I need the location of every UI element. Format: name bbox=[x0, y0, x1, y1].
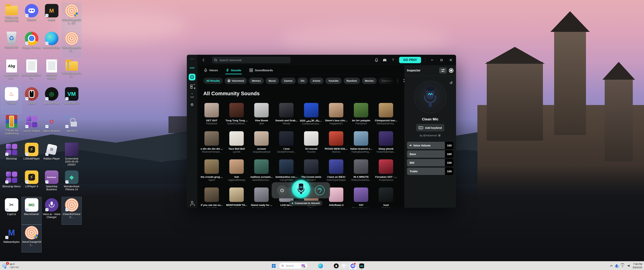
sound-tile[interactable]: loudMattaias bbox=[379, 188, 393, 208]
sound-tile[interactable]: brr brr patapimFrexzyHun bbox=[354, 103, 368, 125]
desktop-icon-ldmultiplayer-shortcut[interactable]: ⚡↗LDMultiPlayer bbox=[22, 141, 42, 169]
desktop-icon-jeff-carlisle-doc[interactable]: jeff.carlisle@secu... bbox=[22, 58, 42, 86]
desktop-icon-clownfish-shortcut[interactable]: ↗ClownfishVoiceC... bbox=[62, 197, 82, 225]
desktop-icon-launch-roblox-shortcut[interactable]: ↗Launch Roblox bbox=[22, 114, 42, 141]
sidebar-item-settings[interactable]: ⚙ bbox=[189, 101, 196, 108]
desktop-icon-voicechanger64f[interactable]: VoiceChanger64f(... bbox=[62, 30, 82, 58]
desktop-icon-voicechanger64-1[interactable]: VoiceChanger64(... (1) bbox=[62, 3, 82, 30]
chip-music[interactable]: Music bbox=[266, 78, 279, 84]
volume-icon[interactable] bbox=[627, 265, 630, 267]
taskbar-app-layers-app[interactable] bbox=[310, 263, 315, 268]
sound-tile[interactable]: Taco Bell BellLysiTek bbox=[229, 131, 244, 153]
desktop-icon-google-chrome-shortcut[interactable]: ↗Google Chrome bbox=[22, 30, 42, 58]
slider-mid[interactable]: Mid100 bbox=[407, 159, 454, 166]
notifications-bell-icon[interactable] bbox=[374, 58, 378, 62]
weather-widget[interactable]: 1 66°F Light rain bbox=[2, 262, 19, 269]
add-keybind-button[interactable]: Add keybind bbox=[416, 124, 444, 131]
microphone-button[interactable] bbox=[292, 180, 310, 198]
window-menu-dots-icon[interactable]: ⋯ bbox=[189, 57, 196, 61]
voicemod-logo-icon[interactable] bbox=[189, 65, 196, 71]
start-button[interactable] bbox=[270, 262, 277, 269]
back-chevron-icon[interactable] bbox=[202, 59, 206, 62]
slider-treble[interactable]: Treble100 bbox=[407, 168, 454, 175]
sound-tile[interactable]: AiScReam 2yamosuki bbox=[329, 188, 343, 208]
taskbar-app-edge[interactable] bbox=[318, 263, 323, 268]
tab-voices[interactable]: Voices bbox=[204, 68, 218, 74]
taskbar-app-saturn[interactable] bbox=[342, 263, 346, 268]
desktop-icon-microsoft-support-doc[interactable]: microsoft support bbox=[42, 58, 62, 86]
chip-youtube[interactable]: Youtube bbox=[325, 78, 342, 84]
tray-overflow-icon[interactable] bbox=[610, 265, 613, 267]
taskbar-app-explorer[interactable] bbox=[326, 263, 331, 268]
sound-tile[interactable]: Chimpanzini ban...WahOpticalFreq... bbox=[379, 103, 393, 125]
voicemod-search-input[interactable] bbox=[219, 58, 283, 62]
sidebar-item-voicelab[interactable] bbox=[189, 92, 196, 99]
slider-bass[interactable]: Bass100 bbox=[407, 150, 454, 158]
sidebar-item-account[interactable] bbox=[189, 199, 196, 205]
sound-tile[interactable]: mafioso screami...awwwthescrunc... bbox=[254, 159, 269, 181]
sound-tile[interactable]: DJ toenailPuscifer bbox=[304, 131, 318, 153]
slider-voice-volume[interactable]: Voice Volume100 bbox=[407, 142, 454, 149]
desktop-icon-7clicker-godonping-folder[interactable]: 7Clicker-By GodOnPing bbox=[2, 3, 22, 30]
desktop-icon-minecraft-doc[interactable]: Abg4_Minecraft-Bol... bbox=[2, 58, 22, 86]
maximize-button[interactable] bbox=[439, 57, 444, 63]
sound-tile[interactable]: the croods grug ...Xgenn bbox=[204, 159, 219, 181]
sidebar-item-soundboard-creator[interactable]: + bbox=[189, 83, 196, 90]
desktop-icon-voicechanger64[interactable]: VoiceChanger64(... bbox=[22, 225, 42, 252]
chip-anime[interactable]: Anime bbox=[310, 78, 324, 84]
sound-tile[interactable]: If you see me ou...We1rdMF bbox=[204, 188, 219, 208]
close-button[interactable] bbox=[448, 57, 454, 63]
sound-tile[interactable]: i loveDecibelFormant... bbox=[279, 131, 294, 153]
sound-tile[interactable]: Tung Tung Tung ...GatedFuzzMinor... bbox=[229, 103, 244, 125]
chip-all-results[interactable]: All Results bbox=[203, 78, 223, 84]
sound-tile[interactable]: MONTAGEM TO...Rileymonorail bbox=[229, 188, 244, 208]
chip-games[interactable]: Games bbox=[281, 78, 296, 84]
chip-voicemod[interactable]: Voicemod bbox=[225, 78, 247, 84]
desktop-icon-recycle-bin[interactable]: ♻Recycle Bin bbox=[2, 30, 22, 58]
tray-microphone-icon[interactable] bbox=[616, 264, 618, 267]
sound-tile[interactable]: Stand ready for ...OvertoneSquare... bbox=[254, 188, 269, 208]
chip-random[interactable]: Random bbox=[344, 78, 360, 84]
desktop-icon-splashtop-shortcut[interactable]: business↗Splashtop Business bbox=[42, 169, 62, 197]
sidebar-item-sounds[interactable] bbox=[189, 74, 196, 80]
sound-tile[interactable]: italian brainrot s...FadingBassRing... bbox=[354, 131, 368, 153]
desktop-icon-modrinth-shortcut[interactable]: ◎↗Modrinth App bbox=[42, 86, 62, 114]
chip-movies[interactable]: Movies bbox=[362, 78, 377, 84]
desktop-icon-voicechanger64f-zip[interactable]: VoiceChanger64f(... bbox=[62, 58, 82, 86]
taskbar-app-voicemod[interactable] bbox=[359, 263, 364, 268]
desktop-icon-malwarebytes-shortcut[interactable]: M↗Malwarebytes bbox=[2, 225, 22, 252]
taskbar-app-people[interactable] bbox=[334, 263, 339, 268]
sound-tile[interactable]: huhAggiesalltheway bbox=[229, 159, 244, 181]
desktop-icon-opera-shortcut[interactable]: O↗Opera Browser bbox=[42, 114, 62, 141]
sound-tile[interactable]: PASSO BEM SOL...NotZora bbox=[329, 131, 343, 153]
sound-tile[interactable]: u din din din din ...ReverseFormant... bbox=[204, 131, 219, 153]
desktop-icon-macrogamer-shortcut[interactable]: MG↗MacroGamer bbox=[22, 197, 42, 225]
sound-tile[interactable]: I have an IDEA!GokuSuperSaiyan bbox=[329, 159, 343, 181]
desktop-icon-winscp-shortcut[interactable]: ↖↗WinSCP bbox=[62, 114, 82, 141]
desktop-icon-microsoft-edge-shortcut[interactable]: ↗Microsoft Edge bbox=[42, 30, 62, 58]
desktop-icon-keyran-shortcut[interactable]: ↗Keyran bbox=[22, 86, 42, 114]
sound-tile[interactable]: GET OUTPolistasiun bbox=[204, 103, 219, 125]
sound-tile[interactable]: bombardino coc...CarryyP0tter bbox=[279, 159, 294, 181]
sound-tile[interactable]: Steve's lava chic...megapixel21 bbox=[329, 103, 343, 125]
desktop-icon-discord-shortcut[interactable]: ↗Discord bbox=[22, 3, 42, 30]
taskbar-search[interactable] bbox=[279, 263, 308, 269]
taskbar-clock[interactable]: 7:58 PM 5/9/2025 bbox=[632, 262, 642, 269]
desktop-icon-screenshot-file[interactable]: Screenshot 2025-05-05 155557 bbox=[62, 141, 82, 169]
hear-myself-button[interactable] bbox=[315, 185, 324, 195]
sound-tile[interactable]: YAYChorusWingssy... bbox=[354, 188, 368, 208]
taskbar-app-discord[interactable] bbox=[350, 262, 356, 269]
sound-tile[interactable]: Smash and Grab...04koda bbox=[279, 103, 294, 125]
sliders-view-button[interactable] bbox=[439, 68, 447, 73]
discord-community-icon[interactable] bbox=[383, 58, 387, 62]
sound-tile[interactable]: Vine BoomQiwi bbox=[254, 103, 269, 125]
desktop-icon-bloxstrap-menu-shortcut[interactable]: ↗Bloxstrap Menu bbox=[2, 169, 22, 197]
desktop-icon-ldplayer9-shortcut[interactable]: ⚡↗LDPlayer 9 bbox=[22, 169, 42, 197]
chip-memes[interactable]: Memes bbox=[249, 78, 264, 84]
sound-tile[interactable]: Sleep phonkFlutterSidechain... bbox=[379, 131, 393, 153]
desktop-icon-capcut-shortcut[interactable]: ✂↗CapCut bbox=[2, 197, 22, 225]
sound-tile[interactable]: Forsaken OST - ...PurpleApricot bbox=[379, 159, 393, 181]
taskbar-search-input[interactable] bbox=[285, 264, 300, 267]
chip-sfx[interactable]: Sfx bbox=[298, 78, 308, 84]
desktop-icon-medal-shortcut[interactable]: M↗Medal bbox=[42, 3, 62, 30]
